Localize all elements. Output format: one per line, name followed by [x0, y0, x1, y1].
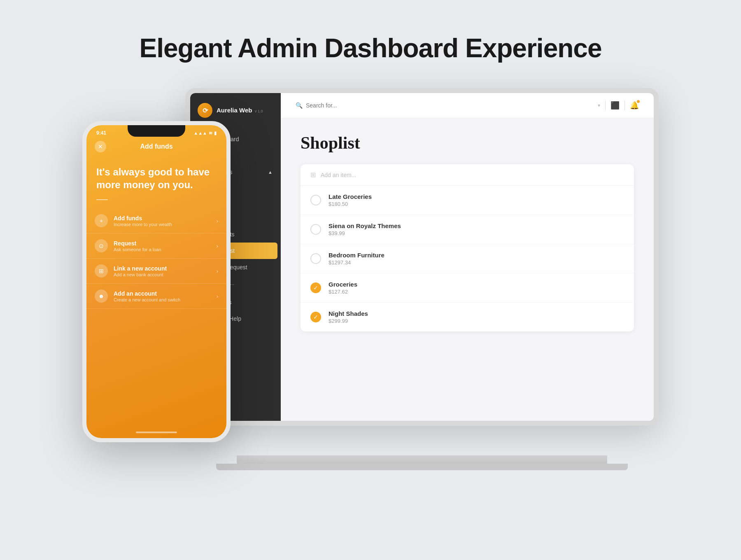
menu-title-2: Request — [114, 240, 211, 247]
item-info-2: Siena on Royalz Themes $39.99 — [329, 222, 624, 236]
menu-subtitle-3: Add a new bank account — [114, 272, 211, 277]
item-info-4: Groceries $127.62 — [329, 281, 624, 295]
item-info-3: Bedroom Furniture $1297.34 — [329, 252, 624, 266]
item-price-3: $1297.34 — [329, 259, 624, 266]
phone-shell: 9:41 ▲▲▲ ≋ ▮ ✕ Add funds It' — [82, 121, 231, 442]
phone-menu-text-2: Request Ask someone for a loan — [114, 240, 211, 252]
laptop-inner: ⟳ Aurelia Web v 1.0 ◎ Dashboard — [190, 93, 654, 421]
search-box: 🔍 ▾ — [296, 102, 600, 109]
menu-subtitle-2: Ask someone for a loan — [114, 247, 211, 252]
phone-header: ✕ Add funds — [86, 138, 226, 159]
bell-icon[interactable]: 🔔 — [630, 101, 639, 110]
phone-screen: 9:41 ▲▲▲ ≋ ▮ ✕ Add funds It' — [86, 125, 226, 438]
status-icons: ▲▲▲ ≋ ▮ — [193, 131, 217, 136]
phone-time: 9:41 — [96, 130, 106, 136]
menu-arrow-4: › — [217, 293, 218, 299]
phone-menu-text-3: Link a new account Add a new bank accoun… — [114, 265, 211, 277]
item-checkbox-3[interactable] — [310, 253, 321, 264]
item-price-2: $39.99 — [329, 230, 624, 236]
search-input[interactable] — [306, 102, 594, 109]
item-checkbox-1[interactable] — [310, 195, 321, 205]
laptop-screen: ⟳ Aurelia Web v 1.0 ◎ Dashboard — [185, 88, 659, 426]
phone-menu-request[interactable]: ⊙ Request Ask someone for a loan › — [86, 233, 226, 259]
phone-hero-text: It's always good to have more money on y… — [86, 159, 226, 194]
item-checkbox-2[interactable] — [310, 224, 321, 235]
page-title: Shoplist — [301, 133, 634, 153]
signal-icon: ▲▲▲ — [193, 131, 207, 135]
topbar-divider2 — [624, 100, 625, 110]
page-headline: Elegant Admin Dashboard Experience — [139, 33, 601, 63]
menu-arrow-3: › — [217, 268, 218, 274]
menu-subtitle-1: Increase more to your wealth — [114, 222, 211, 227]
logo-name: Aurelia Web — [217, 107, 252, 114]
request-icon: ⊙ — [95, 239, 108, 252]
item-name-5: Night Shades — [329, 310, 624, 317]
menu-title-3: Link a new account — [114, 265, 211, 272]
shop-item-5: ✓ Night Shades $299.99 — [301, 303, 634, 331]
top-bar: 🔍 ▾ ⬛ 🔔 — [281, 93, 654, 118]
menu-title-4: Add an account — [114, 290, 211, 297]
logo-version: v 1.0 — [255, 109, 263, 113]
phone-menu-add-account[interactable]: ☻ Add an account Create a new account an… — [86, 284, 226, 309]
item-info-1: Late Groceries $180.50 — [329, 193, 624, 207]
shop-item-1: Late Groceries $180.50 — [301, 186, 634, 215]
search-icon: 🔍 — [296, 102, 303, 109]
laptop-foot — [216, 464, 628, 470]
item-name-3: Bedroom Furniture — [329, 252, 624, 259]
devices-area: ⟳ Aurelia Web v 1.0 ◎ Dashboard — [82, 88, 659, 500]
item-info-5: Night Shades $299.99 — [329, 310, 624, 324]
link-account-icon: ⊞ — [95, 264, 108, 278]
add-account-icon: ☻ — [95, 289, 108, 303]
phone-menu-add-funds[interactable]: + Add funds Increase more to your wealth… — [86, 208, 226, 233]
logo-icon: ⟳ — [198, 103, 212, 118]
item-price-1: $180.50 — [329, 201, 624, 207]
item-price-5: $299.99 — [329, 318, 624, 324]
item-checkbox-5[interactable]: ✓ — [310, 312, 321, 322]
camera-dot — [420, 90, 424, 93]
monitor-icon[interactable]: ⬛ — [611, 101, 620, 110]
phone-menu-link-account[interactable]: ⊞ Link a new account Add a new bank acco… — [86, 259, 226, 284]
add-item-label: Add an item... — [321, 172, 356, 178]
phone-menu-text-1: Add funds Increase more to your wealth — [114, 215, 211, 227]
phone-close-button[interactable]: ✕ — [95, 141, 106, 152]
topbar-divider — [605, 100, 606, 110]
phone-menu-list: + Add funds Increase more to your wealth… — [86, 205, 226, 427]
add-funds-icon: + — [95, 214, 108, 227]
menu-arrow-1: › — [217, 218, 218, 224]
phone-home-indicator — [86, 427, 226, 438]
add-item-row[interactable]: ⊞ Add an item... — [301, 164, 634, 186]
item-price-4: $127.62 — [329, 289, 624, 295]
shop-item-3: Bedroom Furniture $1297.34 — [301, 244, 634, 273]
phone-menu-text-4: Add an account Create a new account and … — [114, 290, 211, 302]
add-item-icon: ⊞ — [310, 171, 316, 179]
item-name-1: Late Groceries — [329, 193, 624, 200]
wifi-icon: ≋ — [209, 131, 212, 136]
menu-arrow-2: › — [217, 243, 218, 249]
phone-device: 9:41 ▲▲▲ ≋ ▮ ✕ Add funds It' — [82, 121, 231, 442]
phone-notch — [128, 125, 185, 137]
search-chevron-icon: ▾ — [598, 103, 600, 108]
battery-icon: ▮ — [214, 131, 217, 136]
shop-item-2: Siena on Royalz Themes $39.99 — [301, 215, 634, 244]
shoplist-card: ⊞ Add an item... Late Groceries $180.50 — [301, 164, 634, 331]
scene: Elegant Admin Dashboard Experience ⟳ Aur… — [0, 0, 741, 560]
notification-dot — [637, 100, 640, 103]
item-checkbox-4[interactable]: ✓ — [310, 282, 321, 293]
menu-title-1: Add funds — [114, 215, 211, 222]
item-name-4: Groceries — [329, 281, 624, 288]
page-body: Shoplist ⊞ Add an item... — [281, 118, 654, 421]
main-content: 🔍 ▾ ⬛ 🔔 — [281, 93, 654, 421]
phone-header-title: Add funds — [140, 143, 172, 150]
home-bar — [136, 432, 177, 433]
phone-hero-divider — [96, 199, 108, 200]
records-arrow: ▲ — [268, 170, 273, 175]
shop-item-4: ✓ Groceries $127.62 — [301, 273, 634, 303]
laptop-device: ⟳ Aurelia Web v 1.0 ◎ Dashboard — [185, 88, 659, 467]
menu-subtitle-4: Create a new account and switch — [114, 297, 211, 302]
item-name-2: Siena on Royalz Themes — [329, 222, 624, 229]
